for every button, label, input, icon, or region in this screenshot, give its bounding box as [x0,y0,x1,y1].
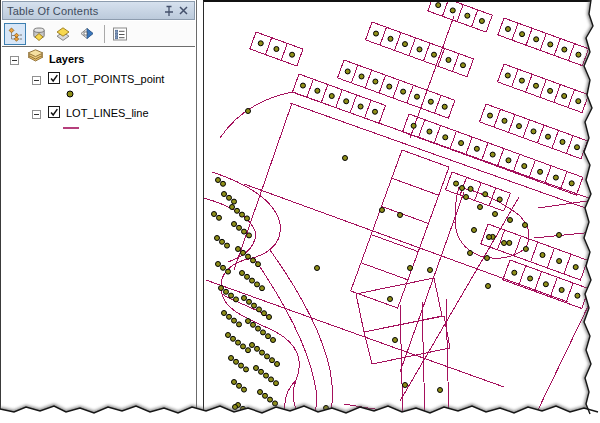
list-by-selection-button[interactable] [76,23,98,45]
lot-lines-collapse-box[interactable] [32,106,41,122]
toc-title: Table Of Contents [7,5,162,17]
map-canvas [204,2,595,414]
toc-toolbar [2,21,195,47]
visibility-icon [55,26,71,42]
map-window[interactable] [203,0,595,414]
layers-root-label[interactable]: Layers [49,51,84,67]
layers-group-icon [25,49,46,65]
options-button[interactable] [109,23,131,45]
list-by-drawing-order-button[interactable] [4,23,26,45]
check-icon [49,73,59,83]
source-icon [31,26,47,42]
check-icon [49,107,59,117]
lot-lines-label[interactable]: LOT_LINES_line [66,105,149,121]
list-by-visibility-button[interactable] [52,23,74,45]
options-list-icon [112,26,128,42]
lot-lines-symbol[interactable] [62,120,80,136]
line-symbol-swatch [62,124,80,132]
lot-points-symbol[interactable] [63,86,77,102]
lot-lines-checkbox[interactable] [48,104,60,120]
close-icon[interactable] [176,4,190,18]
toc-panel: Table Of Contents [0,0,197,410]
drawing-order-icon [7,26,23,42]
lot-points-collapse-box[interactable] [32,72,41,88]
list-by-source-button[interactable] [28,23,50,45]
layers-collapse-box[interactable] [10,52,19,68]
point-symbol-swatch [63,87,77,101]
lot-points-label[interactable]: LOT_POINTS_point [66,71,164,87]
map-lot-points [212,3,581,414]
lot-points-checkbox[interactable] [48,70,60,86]
pin-icon[interactable] [162,4,176,18]
toc-tree: Layers LOT_POINTS_point LOT_LINES_line [2,48,195,410]
toc-titlebar[interactable]: Table Of Contents [2,1,195,20]
toolbar-separator [104,25,105,43]
selection-icon [79,26,95,42]
